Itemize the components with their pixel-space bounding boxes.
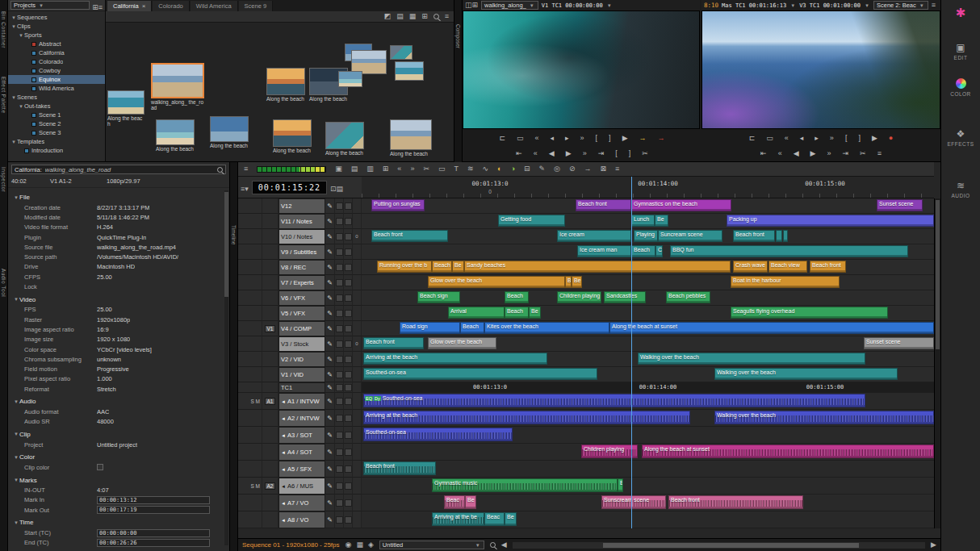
track-timecode[interactable]: V3 TC1 00:01:00:00: [799, 2, 861, 9]
segment-insert-tool[interactable]: ▤: [351, 165, 358, 173]
timeline-clip[interactable]: Southed-on-sea: [363, 368, 597, 380]
track-lane-tc1[interactable]: 00:01:13:000:01:14:0000:01:15:00: [362, 382, 934, 393]
toggle-source-record-button[interactable]: ▭: [517, 135, 524, 142]
bin-clip[interactable]: Along the beach: [325, 122, 364, 156]
track-lane-v11[interactable]: Getting foodLunchBePacking up: [362, 214, 934, 229]
panel-tab-bin-container[interactable]: Bin Container: [1, 11, 6, 48]
pencil-icon[interactable]: ✎: [325, 275, 335, 290]
timeline-clip[interactable]: Beach front: [810, 261, 846, 273]
timeline-clip[interactable]: Arrival: [448, 307, 505, 319]
search-icon[interactable]: [490, 542, 496, 548]
playhead[interactable]: [631, 177, 632, 528]
timeline-clip[interactable]: Beach front: [668, 495, 803, 509]
tree-item-clips[interactable]: ▾Clips: [8, 22, 105, 31]
track-selector-v5[interactable]: V5 / VFX: [279, 306, 325, 321]
panel-tab-audio-tool[interactable]: Audio Tool: [1, 269, 6, 297]
pencil-icon[interactable]: ✎: [325, 478, 335, 495]
timeline-clip[interactable]: Ice cream: [557, 230, 631, 242]
timeline-clip[interactable]: Children playing: [581, 445, 638, 458]
rewind-button[interactable]: «: [535, 135, 539, 142]
track-lane-a6[interactable]: Gymnastic musicB: [362, 478, 934, 495]
keyframe-tool[interactable]: ∿: [483, 165, 489, 173]
track-selector-v11[interactable]: V11 / Notes: [279, 214, 325, 229]
timecode-display-menu-icon[interactable]: ▾: [245, 186, 249, 193]
track-lane-a3[interactable]: Southed-on-sea: [362, 427, 934, 444]
timeline-clip[interactable]: [776, 230, 782, 242]
bin-clip[interactable]: [338, 71, 362, 87]
timeline-clip[interactable]: Lunch: [631, 215, 655, 227]
track-lane-a8[interactable]: Arriving at the beBeacBe: [362, 511, 934, 528]
track-monitor-button[interactable]: [335, 461, 344, 478]
step-back-button[interactable]: ◂: [551, 135, 555, 142]
track-lock-button[interactable]: [344, 427, 353, 444]
mark-in-button[interactable]: [: [845, 135, 848, 142]
bin-clip[interactable]: Along the beach: [390, 119, 432, 157]
timeline-clip[interactable]: Arriving at the beach: [363, 353, 547, 365]
timeline-clip[interactable]: Glow over the beach: [428, 337, 496, 349]
panel-tab-effect-palette[interactable]: Effect Palette: [1, 77, 6, 114]
track-lock-button[interactable]: [344, 214, 353, 229]
timeline-clip[interactable]: Kites over the beach: [484, 322, 609, 334]
grid-tool[interactable]: ⊞: [383, 165, 389, 173]
tool-color[interactable]: COLOR: [950, 78, 971, 97]
master-timecode[interactable]: Mas TC1 00:01:16:13: [722, 2, 786, 9]
tree-item-scene-3[interactable]: Scene 3: [8, 128, 105, 137]
sequence-bin-dropdown[interactable]: Untitled▾: [379, 541, 484, 549]
timeline-clip[interactable]: Arriving at the beach: [363, 411, 690, 424]
tree-item-introduction[interactable]: Introduction: [8, 146, 105, 155]
composer-menu-icon[interactable]: ≡: [932, 2, 936, 9]
track-solo-mute[interactable]: [238, 260, 262, 275]
track-lane-v9[interactable]: Ice cream manBeachCBBQ fun: [362, 244, 934, 260]
track-selector-v1[interactable]: V1 / VID: [279, 367, 325, 382]
source-timecode[interactable]: V1 TC1 00:00:00:00: [542, 2, 603, 9]
pencil-icon[interactable]: ✎: [325, 352, 335, 367]
bin-clip[interactable]: Along the beach: [107, 90, 144, 127]
track-lock-button[interactable]: [344, 275, 353, 290]
track-solo-mute[interactable]: [238, 198, 262, 214]
timeline-clip[interactable]: [783, 230, 788, 242]
track-selector-v10[interactable]: V10 / Notes: [279, 229, 325, 244]
timeline-clip[interactable]: B: [565, 276, 572, 288]
track-lane-a4[interactable]: Children playingAlong the beach at sunse…: [362, 444, 934, 461]
timeline-clip[interactable]: Be: [505, 512, 517, 526]
track-lane-v12[interactable]: Putting on sunglasBeach frontGymnastics …: [362, 198, 934, 214]
track-lock-button[interactable]: [344, 306, 353, 321]
timeline-clip[interactable]: Beach front: [363, 337, 424, 349]
timeline-clip[interactable]: Playing: [634, 230, 658, 242]
track-selector-v8[interactable]: V8 / REC: [279, 260, 325, 275]
track-lock-button[interactable]: [344, 198, 353, 214]
scrollbar-thumb[interactable]: [224, 192, 228, 297]
track-lock-button[interactable]: [344, 511, 353, 528]
step-forward-button[interactable]: ▸: [815, 135, 819, 142]
timeline-clip[interactable]: Along the beach at sunset: [642, 445, 934, 458]
bin-tab-scene-9[interactable]: Scene 9: [239, 1, 274, 11]
track-monitor-button[interactable]: [335, 336, 344, 352]
track-solo-mute[interactable]: [238, 229, 262, 244]
track-selector-v9[interactable]: V9 / Subtitles: [279, 244, 325, 260]
tree-item-cowboy[interactable]: Cowboy: [8, 66, 105, 75]
search-icon[interactable]: [433, 14, 439, 19]
tool-quick-access[interactable]: ✱: [956, 6, 966, 19]
timeline-clip[interactable]: Beach view: [769, 261, 807, 273]
video-monitor-icon[interactable]: ⊡: [330, 186, 337, 193]
tree-item-california[interactable]: California: [8, 48, 105, 57]
timeline-clip[interactable]: Seagulls flying overhead: [731, 307, 888, 319]
track-solo-mute[interactable]: [238, 410, 262, 427]
lift-tool[interactable]: ▭: [438, 165, 446, 173]
track-monitor-button[interactable]: [335, 367, 344, 382]
section-time[interactable]: ▾Time: [8, 517, 229, 528]
track-solo-mute[interactable]: [238, 275, 262, 290]
timeline-clip[interactable]: Beac: [444, 495, 465, 509]
step-forward-button[interactable]: ▸: [565, 135, 569, 142]
track-monitor-button[interactable]: [335, 382, 344, 393]
step-back-1-frame-button[interactable]: ◀: [794, 150, 799, 157]
pencil-icon[interactable]: ✎: [325, 427, 335, 444]
track-lane-a1[interactable]: EQDySouthed-on-sea: [362, 393, 934, 410]
grid-view-icon[interactable]: ⊞: [472, 2, 479, 9]
timeline-ruler[interactable]: 00:01:13:000:01:14:0000:01:15:000: [362, 177, 934, 198]
tool-edit[interactable]: ▣EDIT: [954, 43, 968, 61]
composer-menu-button[interactable]: ≡: [877, 150, 882, 157]
pencil-icon[interactable]: ✎: [325, 214, 335, 229]
text-tool[interactable]: T: [454, 165, 459, 173]
section-audio[interactable]: ▾Audio: [8, 396, 229, 407]
